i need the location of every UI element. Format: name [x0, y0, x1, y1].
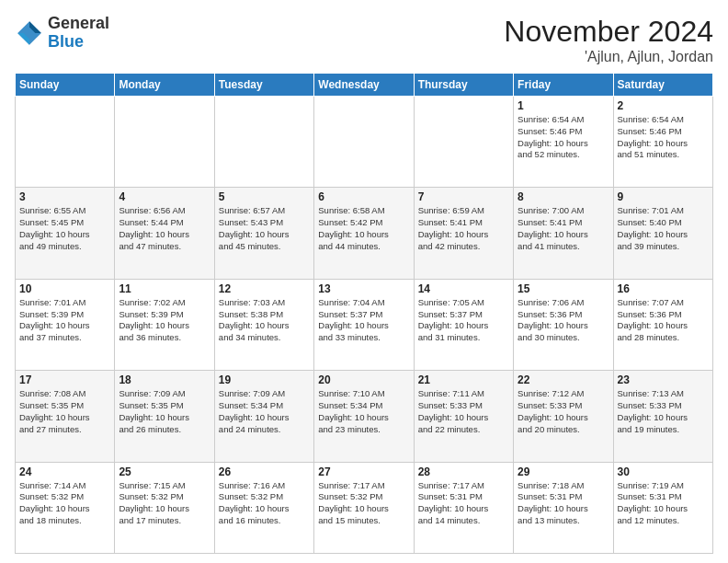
calendar-table: SundayMondayTuesdayWednesdayThursdayFrid… [15, 73, 713, 554]
day-info: Sunrise: 6:59 AM Sunset: 5:41 PM Dayligh… [418, 205, 509, 252]
day-info: Sunrise: 7:01 AM Sunset: 5:40 PM Dayligh… [618, 205, 709, 252]
day-cell: 29Sunrise: 7:18 AM Sunset: 5:31 PM Dayli… [514, 462, 613, 553]
day-info: Sunrise: 7:03 AM Sunset: 5:38 PM Dayligh… [219, 297, 310, 344]
day-number: 9 [618, 190, 709, 203]
day-number: 12 [219, 282, 310, 295]
day-cell: 20Sunrise: 7:10 AM Sunset: 5:34 PM Dayli… [314, 371, 414, 462]
day-info: Sunrise: 7:16 AM Sunset: 5:32 PM Dayligh… [219, 480, 310, 527]
logo-icon [15, 18, 44, 48]
calendar-subtitle: 'Ajlun, Ajlun, Jordan [504, 49, 713, 65]
week-row-4: 17Sunrise: 7:08 AM Sunset: 5:35 PM Dayli… [16, 371, 713, 462]
day-cell: 28Sunrise: 7:17 AM Sunset: 5:31 PM Dayli… [414, 462, 513, 553]
day-number: 24 [19, 465, 110, 478]
day-info: Sunrise: 6:57 AM Sunset: 5:43 PM Dayligh… [219, 205, 310, 252]
day-info: Sunrise: 7:08 AM Sunset: 5:35 PM Dayligh… [19, 388, 110, 435]
day-cell: 26Sunrise: 7:16 AM Sunset: 5:32 PM Dayli… [214, 462, 313, 553]
day-info: Sunrise: 7:01 AM Sunset: 5:39 PM Dayligh… [19, 297, 110, 344]
day-info: Sunrise: 7:00 AM Sunset: 5:41 PM Dayligh… [518, 205, 609, 252]
logo-general: General [48, 14, 109, 32]
day-cell: 1Sunrise: 6:54 AM Sunset: 5:46 PM Daylig… [514, 97, 613, 188]
day-cell: 3Sunrise: 6:55 AM Sunset: 5:45 PM Daylig… [16, 188, 115, 279]
day-cell: 9Sunrise: 7:01 AM Sunset: 5:40 PM Daylig… [613, 188, 712, 279]
day-number: 5 [219, 190, 310, 203]
day-header-wednesday: Wednesday [314, 74, 414, 97]
day-header-tuesday: Tuesday [214, 74, 313, 97]
day-info: Sunrise: 7:11 AM Sunset: 5:33 PM Dayligh… [418, 388, 509, 435]
day-header-thursday: Thursday [414, 74, 513, 97]
day-cell: 22Sunrise: 7:12 AM Sunset: 5:33 PM Dayli… [514, 371, 613, 462]
day-number: 8 [518, 190, 609, 203]
day-number: 22 [518, 373, 609, 386]
day-cell: 10Sunrise: 7:01 AM Sunset: 5:39 PM Dayli… [16, 279, 115, 370]
day-number: 28 [418, 465, 509, 478]
day-number: 10 [19, 282, 110, 295]
day-info: Sunrise: 6:55 AM Sunset: 5:45 PM Dayligh… [19, 205, 110, 252]
day-header-row: SundayMondayTuesdayWednesdayThursdayFrid… [16, 74, 713, 97]
day-cell: 25Sunrise: 7:15 AM Sunset: 5:32 PM Dayli… [115, 462, 214, 553]
week-row-3: 10Sunrise: 7:01 AM Sunset: 5:39 PM Dayli… [16, 279, 713, 370]
day-cell: 14Sunrise: 7:05 AM Sunset: 5:37 PM Dayli… [414, 279, 513, 370]
calendar-title: November 2024 [504, 15, 713, 49]
day-cell: 15Sunrise: 7:06 AM Sunset: 5:36 PM Dayli… [514, 279, 613, 370]
day-info: Sunrise: 7:17 AM Sunset: 5:31 PM Dayligh… [418, 480, 509, 527]
day-info: Sunrise: 7:17 AM Sunset: 5:32 PM Dayligh… [318, 480, 409, 527]
day-number: 1 [518, 99, 609, 112]
day-info: Sunrise: 7:06 AM Sunset: 5:36 PM Dayligh… [518, 297, 609, 344]
day-header-friday: Friday [514, 74, 613, 97]
day-cell: 4Sunrise: 6:56 AM Sunset: 5:44 PM Daylig… [115, 188, 214, 279]
day-cell [314, 97, 414, 188]
day-cell: 7Sunrise: 6:59 AM Sunset: 5:41 PM Daylig… [414, 188, 513, 279]
day-cell: 2Sunrise: 6:54 AM Sunset: 5:46 PM Daylig… [613, 97, 712, 188]
day-cell: 11Sunrise: 7:02 AM Sunset: 5:39 PM Dayli… [115, 279, 214, 370]
day-number: 21 [418, 373, 509, 386]
day-number: 29 [518, 465, 609, 478]
day-info: Sunrise: 7:14 AM Sunset: 5:32 PM Dayligh… [19, 480, 110, 527]
day-info: Sunrise: 7:04 AM Sunset: 5:37 PM Dayligh… [318, 297, 409, 344]
day-number: 30 [618, 465, 709, 478]
day-cell: 12Sunrise: 7:03 AM Sunset: 5:38 PM Dayli… [214, 279, 313, 370]
logo: General Blue [15, 15, 109, 52]
day-info: Sunrise: 7:02 AM Sunset: 5:39 PM Dayligh… [119, 297, 210, 344]
day-number: 17 [19, 373, 110, 386]
day-number: 13 [318, 282, 409, 295]
header: General Blue November 2024 'Ajlun, Ajlun… [15, 15, 713, 65]
logo-blue: Blue [48, 32, 84, 51]
day-number: 19 [219, 373, 310, 386]
day-number: 16 [618, 282, 709, 295]
day-cell: 23Sunrise: 7:13 AM Sunset: 5:33 PM Dayli… [613, 371, 712, 462]
day-cell: 30Sunrise: 7:19 AM Sunset: 5:31 PM Dayli… [613, 462, 712, 553]
day-cell: 19Sunrise: 7:09 AM Sunset: 5:34 PM Dayli… [214, 371, 313, 462]
day-number: 20 [318, 373, 409, 386]
day-number: 3 [19, 190, 110, 203]
day-number: 18 [119, 373, 210, 386]
day-number: 6 [318, 190, 409, 203]
day-header-sunday: Sunday [16, 74, 115, 97]
day-cell [16, 97, 115, 188]
day-header-saturday: Saturday [613, 74, 712, 97]
calendar-page: General Blue November 2024 'Ajlun, Ajlun… [0, 0, 728, 563]
day-info: Sunrise: 7:10 AM Sunset: 5:34 PM Dayligh… [318, 388, 409, 435]
day-info: Sunrise: 7:09 AM Sunset: 5:34 PM Dayligh… [219, 388, 310, 435]
logo-text: General Blue [48, 15, 109, 52]
day-number: 11 [119, 282, 210, 295]
day-number: 27 [318, 465, 409, 478]
day-number: 15 [518, 282, 609, 295]
day-cell: 27Sunrise: 7:17 AM Sunset: 5:32 PM Dayli… [314, 462, 414, 553]
day-info: Sunrise: 7:13 AM Sunset: 5:33 PM Dayligh… [618, 388, 709, 435]
day-number: 23 [618, 373, 709, 386]
day-number: 26 [219, 465, 310, 478]
day-info: Sunrise: 6:54 AM Sunset: 5:46 PM Dayligh… [618, 114, 709, 161]
day-cell: 17Sunrise: 7:08 AM Sunset: 5:35 PM Dayli… [16, 371, 115, 462]
day-cell: 13Sunrise: 7:04 AM Sunset: 5:37 PM Dayli… [314, 279, 414, 370]
day-number: 14 [418, 282, 509, 295]
day-cell: 8Sunrise: 7:00 AM Sunset: 5:41 PM Daylig… [514, 188, 613, 279]
day-info: Sunrise: 6:54 AM Sunset: 5:46 PM Dayligh… [518, 114, 609, 161]
day-info: Sunrise: 6:58 AM Sunset: 5:42 PM Dayligh… [318, 205, 409, 252]
day-cell [115, 97, 214, 188]
day-number: 2 [618, 99, 709, 112]
day-cell: 16Sunrise: 7:07 AM Sunset: 5:36 PM Dayli… [613, 279, 712, 370]
day-number: 4 [119, 190, 210, 203]
week-row-1: 1Sunrise: 6:54 AM Sunset: 5:46 PM Daylig… [16, 97, 713, 188]
day-info: Sunrise: 7:12 AM Sunset: 5:33 PM Dayligh… [518, 388, 609, 435]
day-info: Sunrise: 7:18 AM Sunset: 5:31 PM Dayligh… [518, 480, 609, 527]
